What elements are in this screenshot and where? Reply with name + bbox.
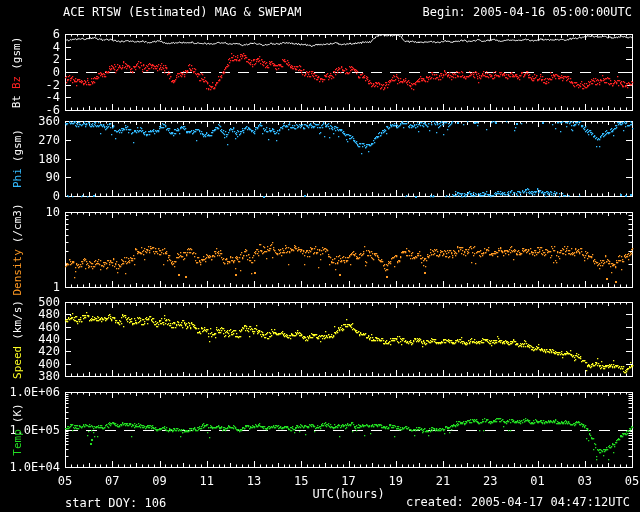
axis-label-bt_bz: BtBz(gsm) <box>2 34 32 110</box>
footer-created-timestamp: created: 2005-04-17 04:47:12UTC <box>406 496 630 509</box>
axis-label-density: Density(/cm3) <box>2 212 32 287</box>
axis-label-part: (K) <box>11 403 24 423</box>
x-tick-label: 07 <box>95 475 129 488</box>
x-tick-label: 05 <box>615 475 640 488</box>
axis-label-part: Bz <box>11 75 24 88</box>
x-axis-title: UTC(hours) <box>288 488 409 501</box>
axis-label-speed: Speed(km/s) <box>2 302 32 376</box>
x-tick-label: 13 <box>237 475 271 488</box>
x-tick-label: 15 <box>284 475 318 488</box>
axis-label-part: Phi <box>11 168 24 188</box>
plot-canvas <box>0 0 640 512</box>
axis-label-part: Density <box>11 249 24 295</box>
x-tick-label: 23 <box>473 475 507 488</box>
x-tick-label: 19 <box>379 475 413 488</box>
x-tick-label: 09 <box>143 475 177 488</box>
x-tick-label: 21 <box>426 475 460 488</box>
axis-label-part: (/cm3) <box>11 203 24 243</box>
footer-start-doy: start DOY: 106 <box>65 497 166 510</box>
x-tick-label: 03 <box>568 475 602 488</box>
axis-label-part: (gsm) <box>11 36 24 69</box>
x-tick-label: 01 <box>521 475 555 488</box>
x-tick-label: 11 <box>190 475 224 488</box>
page-title: ACE RTSW (Estimated) MAG & SWEPAM <box>63 6 301 19</box>
axis-label-part: Speed <box>11 345 24 378</box>
axis-label-temp: Temp(K) <box>2 392 32 467</box>
x-tick-label: 05 <box>48 475 82 488</box>
axis-label-part: Temp <box>11 429 24 456</box>
axis-label-part: Bt <box>11 95 24 108</box>
axis-label-part: (gsm) <box>11 129 24 162</box>
axis-label-part: (km/s) <box>11 300 24 340</box>
axis-label-phi: Phi(gsm) <box>2 121 32 196</box>
x-tick-label: 17 <box>332 475 366 488</box>
ace-rtsw-plot-screen: ACE RTSW (Estimated) MAG & SWEPAM Begin:… <box>0 0 640 512</box>
begin-timestamp: Begin: 2005-04-16 05:00:00UTC <box>422 6 632 19</box>
